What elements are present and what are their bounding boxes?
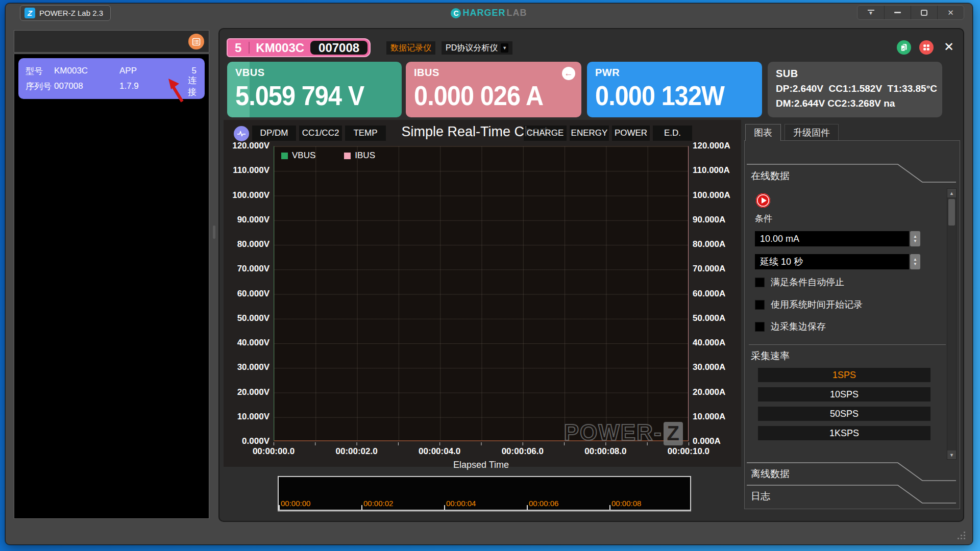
chargerlab-wordmark: HARGER: [462, 8, 505, 18]
pd-analyzer-label: PD协议分析仪: [446, 43, 498, 54]
tab-dpdm[interactable]: DP/DM: [252, 126, 296, 141]
window-controls: ▼ ✕: [857, 5, 964, 20]
minimize-button[interactable]: [884, 6, 911, 19]
tab-chart-settings[interactable]: 图表: [745, 124, 781, 141]
timeline-navigator[interactable]: 00:00:00 00:00:02 00:00:04 00:00:06 00:0…: [278, 476, 691, 511]
spinner-up-icon: ▲: [913, 258, 917, 262]
scroll-down-icon: ▼: [949, 453, 954, 458]
chargerlab-lab-wordmark: LAB: [507, 8, 527, 18]
tab-ed[interactable]: E.D.: [653, 126, 692, 141]
log-section-header[interactable]: 日志: [751, 490, 770, 503]
pages-icon: [899, 43, 909, 52]
vbus-legend-swatch: [281, 153, 288, 159]
model-label: 型号: [26, 65, 54, 77]
back-arrow-icon: ←: [565, 68, 573, 79]
ibus-label: IBUS: [414, 67, 581, 79]
duration-input[interactable]: 延续 10 秒: [755, 254, 909, 269]
pd-analyzer-button[interactable]: PD协议分析仪 ▼: [442, 41, 512, 55]
scroll-up-icon: ▲: [949, 191, 954, 196]
close-icon: ✕: [947, 8, 954, 17]
scroll-down-button[interactable]: ▼: [947, 450, 956, 459]
app-label: APP: [119, 66, 181, 76]
time-axis: 00:00:00.0 00:00:02.0 00:00:04.0 00:00:0…: [243, 446, 719, 457]
trigger-current-spinner[interactable]: ▲ ▼: [910, 231, 920, 246]
serial-label: 序列号: [26, 81, 54, 92]
ibus-legend-label: IBUS: [355, 151, 375, 161]
model-value: KM003C: [54, 66, 119, 76]
legend-item-vbus[interactable]: VBUS: [281, 151, 315, 161]
device-list-button[interactable]: [188, 34, 204, 49]
rate-50sps-button[interactable]: 50SPS: [758, 407, 930, 421]
rate-1ksps-button[interactable]: 1KSPS: [758, 426, 930, 440]
collapse-menu-icon: ▼: [868, 10, 874, 15]
system-time-label: 使用系统时间开始记录: [771, 298, 863, 311]
device-tab-index: 5: [228, 39, 249, 56]
device-tab[interactable]: 5 KM003C 007008: [227, 38, 371, 57]
condition-label: 条件: [755, 213, 772, 224]
waveform-icon: [237, 130, 246, 138]
tab-energy[interactable]: ENERGY: [570, 126, 609, 141]
data-logger-button[interactable]: 数据记录仪: [386, 41, 435, 55]
auto-stop-label: 满足条件自动停止: [771, 276, 844, 288]
menu-dropdown-button[interactable]: ▼: [857, 6, 884, 19]
close-icon: ✕: [944, 40, 954, 54]
tab-power[interactable]: POWER: [612, 126, 650, 141]
device-panel: 5 KM003C 007008 数据记录仪 PD协议分析仪 ▼: [218, 28, 964, 522]
vbus-card: VBUS 5.059 794 V: [227, 62, 402, 117]
close-device-panel-button[interactable]: ✕: [941, 38, 957, 56]
legend-item-ibus[interactable]: IBUS: [344, 151, 375, 161]
spinner-down-icon: ▼: [913, 239, 917, 243]
spinner-up-icon: ▲: [913, 235, 917, 239]
power-value: 0.000 132W: [595, 80, 745, 111]
start-record-button[interactable]: [756, 193, 770, 208]
rate-10sps-button[interactable]: 10SPS: [758, 387, 930, 402]
chart-plot-area[interactable]: VBUS IBUS: [274, 146, 689, 441]
maximize-button[interactable]: [911, 6, 937, 19]
system-time-checkbox[interactable]: [755, 300, 765, 310]
sub-line-1: DP:2.640V CC1:1.582V T1:33.85°C: [776, 83, 942, 94]
desktop-background: { "window": { "title": "POWER-Z Lab 2.3"…: [0, 0, 980, 551]
list-icon: [192, 38, 201, 46]
pd-analyzer-dropdown-icon[interactable]: ▼: [501, 43, 508, 53]
auto-stop-checkbox[interactable]: [755, 278, 765, 287]
tab-cc1cc2[interactable]: CC1/CC2: [299, 126, 342, 141]
layout-grid-button[interactable]: [919, 40, 934, 55]
device-tab-model: KM003C: [250, 39, 310, 56]
voltage-axis: 120.000V 110.000V 100.000V 90.000V 80.00…: [219, 141, 270, 446]
titlebar[interactable]: Z POWER-Z Lab 2.3 C HARGER LAB ▼ ✕: [6, 4, 972, 24]
duration-spinner[interactable]: ▲ ▼: [910, 254, 920, 269]
settings-tabs: 图表 升级固件: [745, 124, 839, 141]
rate-1sps-button[interactable]: 1SPS: [758, 368, 930, 382]
offline-data-section-header[interactable]: 离线数据: [751, 467, 790, 481]
device-list-header: [14, 30, 209, 53]
system-time-checkbox-row: 使用系统时间开始记录: [755, 298, 863, 311]
scrollbar-thumb[interactable]: [948, 199, 955, 226]
section-divider: [749, 344, 946, 345]
scroll-up-button[interactable]: ▲: [947, 189, 956, 197]
vbus-value: 5.059 794 V: [235, 80, 385, 111]
trigger-current-input[interactable]: 10.00 mA: [755, 231, 909, 246]
minimize-icon: [894, 12, 901, 13]
tab-firmware-upgrade[interactable]: 升级固件: [785, 124, 839, 141]
sub-card: SUB DP:2.640V CC1:1.582V T1:33.85°C DM:2…: [768, 62, 942, 117]
tab-charge[interactable]: CHARGE: [524, 126, 567, 141]
sidebar-splitter[interactable]: [212, 30, 216, 519]
chargerlab-c-icon: C: [451, 8, 461, 18]
save-while-capture-checkbox[interactable]: [755, 322, 765, 332]
close-button[interactable]: ✕: [937, 6, 964, 19]
settings-scrollbar[interactable]: ▲ ▼: [947, 188, 957, 460]
current-direction-icon[interactable]: ←: [562, 67, 575, 80]
play-icon: [762, 197, 767, 204]
x-axis-title: Elapsed Time: [274, 460, 689, 470]
chart-legend: VBUS IBUS: [281, 151, 375, 161]
ibus-legend-swatch: [344, 153, 351, 159]
vbus-legend-label: VBUS: [292, 151, 315, 161]
online-data-section-header[interactable]: 在线数据: [751, 169, 790, 183]
tab-temp[interactable]: TEMP: [345, 126, 386, 141]
ibus-card: IBUS ← 0.000 026 A: [406, 62, 581, 117]
chart-type-button[interactable]: [234, 126, 249, 141]
export-data-button[interactable]: [897, 40, 911, 55]
annotation-arrow-icon: [167, 78, 185, 103]
resize-grip-icon[interactable]: [958, 532, 966, 540]
serial-value: 007008: [54, 81, 119, 91]
